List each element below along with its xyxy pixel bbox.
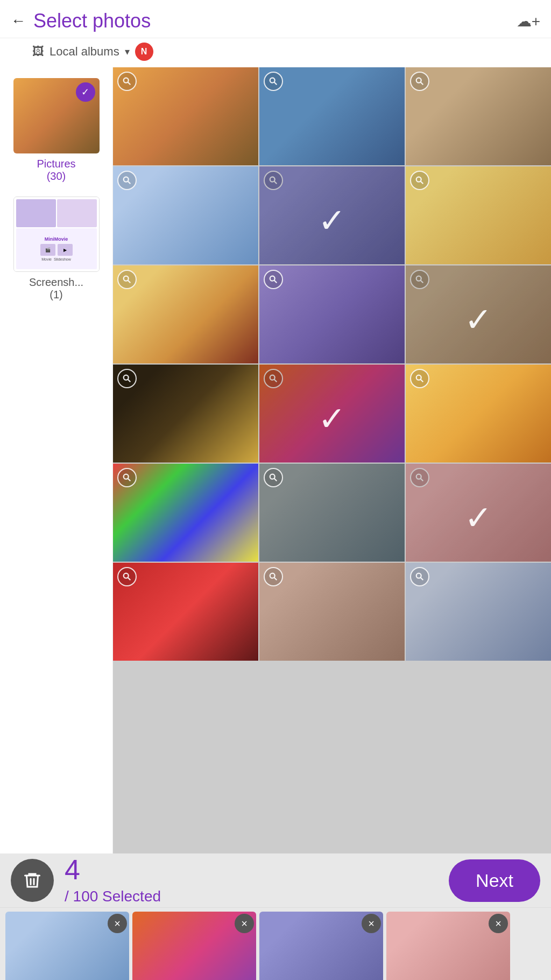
selected-overlay: ✓ — [259, 166, 405, 264]
svg-point-4 — [416, 78, 421, 83]
svg-line-19 — [128, 380, 131, 382]
album-name-pictures: Pictures — [37, 158, 75, 170]
svg-point-24 — [124, 474, 129, 479]
main-content: ✓ Pictures (30) MiniMovie 🎬 — [0, 67, 551, 853]
photo-cell[interactable] — [259, 563, 405, 661]
next-button[interactable]: Next — [449, 859, 540, 902]
remove-button[interactable]: × — [489, 914, 508, 933]
photo-cell[interactable] — [113, 365, 258, 463]
selection-text: / 100 Selected — [65, 888, 161, 905]
svg-line-23 — [421, 380, 423, 382]
zoom-icon[interactable] — [117, 270, 137, 289]
zoom-icon[interactable] — [117, 369, 137, 388]
bottom-bar: 4 / 100 Selected Next — [0, 853, 551, 907]
selected-thumb[interactable]: × — [132, 912, 256, 980]
svg-point-2 — [270, 78, 275, 83]
cloud-upload-button[interactable]: ☁+ — [517, 12, 540, 30]
svg-point-14 — [270, 276, 275, 281]
album-selected-check: ✓ — [76, 82, 95, 102]
svg-line-3 — [274, 82, 277, 85]
photo-cell[interactable] — [113, 166, 258, 264]
zoom-icon[interactable] — [410, 567, 429, 586]
notification-badge: N — [135, 43, 153, 61]
selected-thumb[interactable]: × — [5, 912, 129, 980]
svg-line-11 — [421, 181, 423, 184]
sidebar: ✓ Pictures (30) MiniMovie 🎬 — [0, 67, 113, 853]
zoom-icon[interactable] — [410, 369, 429, 388]
photo-cell[interactable] — [259, 265, 405, 363]
zoom-icon[interactable] — [117, 468, 137, 487]
svg-line-27 — [274, 479, 277, 481]
photo-cell[interactable] — [113, 563, 258, 661]
svg-point-30 — [124, 573, 129, 578]
header: ← Select photos ☁+ — [0, 0, 551, 38]
album-icon: 🖼 — [32, 45, 44, 59]
svg-line-15 — [274, 281, 277, 283]
selected-overlay: ✓ — [259, 365, 405, 463]
selected-thumb[interactable]: × — [259, 912, 383, 980]
photo-cell[interactable] — [113, 464, 258, 562]
svg-point-22 — [416, 375, 421, 380]
selected-overlay: ✓ — [406, 464, 551, 562]
photo-cell[interactable] — [406, 67, 551, 165]
svg-line-5 — [421, 82, 423, 85]
svg-line-7 — [128, 181, 131, 184]
photo-cell[interactable] — [113, 67, 258, 165]
album-name-screenshots: Screensh... — [29, 276, 83, 289]
svg-point-32 — [270, 573, 275, 578]
svg-point-18 — [124, 375, 129, 380]
zoom-icon[interactable] — [264, 468, 283, 487]
selection-count: 4 — [65, 856, 161, 884]
svg-line-35 — [421, 578, 423, 580]
back-button[interactable]: ← — [11, 12, 26, 30]
svg-point-0 — [124, 78, 129, 83]
album-thumb-screenshots: MiniMovie 🎬 ▶ Movie Slideshow — [13, 197, 100, 272]
zoom-icon[interactable] — [264, 567, 283, 586]
sidebar-item-screenshots[interactable]: MiniMovie 🎬 ▶ Movie Slideshow — [0, 191, 112, 310]
subheader: 🖼 Local albums ▾ N — [0, 38, 551, 67]
svg-point-34 — [416, 573, 421, 578]
zoom-icon[interactable] — [117, 72, 137, 91]
album-count-pictures: (30) — [47, 170, 66, 183]
photo-cell[interactable]: ✓ — [406, 464, 551, 562]
svg-line-1 — [128, 82, 131, 85]
zoom-icon[interactable] — [264, 270, 283, 289]
remove-button[interactable]: × — [362, 914, 381, 933]
page-title: Select photos — [33, 10, 517, 32]
photo-cell[interactable] — [259, 67, 405, 165]
svg-line-31 — [128, 578, 131, 580]
selected-thumb[interactable]: × — [386, 912, 510, 980]
selected-strip: × × × × — [0, 907, 551, 980]
svg-point-10 — [416, 177, 421, 182]
remove-button[interactable]: × — [108, 914, 127, 933]
album-label[interactable]: Local albums — [50, 45, 119, 59]
photo-cell[interactable]: ✓ — [406, 265, 551, 363]
delete-button[interactable] — [11, 859, 54, 902]
photo-cell[interactable] — [406, 563, 551, 661]
zoom-icon[interactable] — [117, 567, 137, 586]
check-mark: ✓ — [318, 204, 346, 237]
svg-line-25 — [128, 479, 131, 481]
selection-info: 4 / 100 Selected — [65, 856, 161, 905]
svg-line-13 — [128, 281, 131, 283]
photo-cell[interactable]: ✓ — [259, 166, 405, 264]
dropdown-icon[interactable]: ▾ — [125, 46, 130, 58]
remove-button[interactable]: × — [235, 914, 254, 933]
photo-cell[interactable] — [259, 464, 405, 562]
photo-cell[interactable] — [406, 365, 551, 463]
sidebar-item-pictures[interactable]: ✓ Pictures (30) — [0, 73, 112, 191]
zoom-icon[interactable] — [117, 171, 137, 190]
svg-point-26 — [270, 474, 275, 479]
check-mark: ✓ — [464, 501, 492, 535]
selected-overlay: ✓ — [406, 265, 551, 363]
photo-cell[interactable] — [406, 166, 551, 264]
photo-grid: ✓ — [113, 67, 551, 853]
photo-cell[interactable] — [113, 265, 258, 363]
svg-point-12 — [124, 276, 129, 281]
zoom-icon[interactable] — [264, 72, 283, 91]
zoom-icon[interactable] — [410, 171, 429, 190]
svg-point-6 — [124, 177, 129, 182]
check-mark: ✓ — [464, 303, 492, 337]
photo-cell[interactable]: ✓ — [259, 365, 405, 463]
zoom-icon[interactable] — [410, 72, 429, 91]
